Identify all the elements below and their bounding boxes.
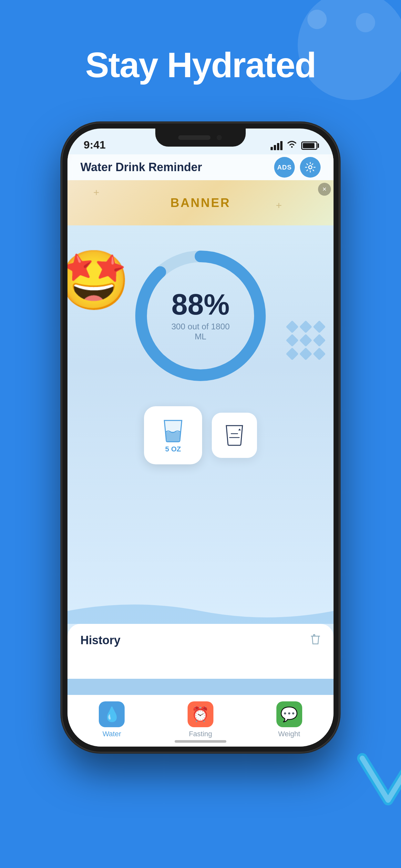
tab-fasting[interactable]: ⏰ Fasting <box>188 702 213 738</box>
phone-notch <box>155 128 246 147</box>
svg-point-0 <box>309 166 312 169</box>
tab-water-icon: 💧 <box>99 702 125 727</box>
diamond-8 <box>299 347 312 361</box>
water-glass-svg <box>162 417 184 443</box>
history-wave <box>67 679 334 695</box>
banner-plus-2: + <box>276 199 282 212</box>
phone-frame: 9:41 <box>62 123 339 752</box>
water-add-button[interactable]: 5 OZ <box>144 406 202 464</box>
wifi-icon <box>286 140 297 151</box>
signal-bar-3 <box>277 143 279 150</box>
v-decoration <box>356 752 401 810</box>
phone-mockup: 9:41 <box>62 123 339 752</box>
diamond-6 <box>313 334 326 347</box>
battery-fill <box>303 143 314 148</box>
phone-screen: 9:41 <box>67 128 334 747</box>
main-content: 88% 300 out of 1800 ML 🤩 <box>67 225 334 695</box>
tab-water-label: Water <box>102 730 121 738</box>
wave-decoration <box>67 598 334 624</box>
custom-glass-svg <box>225 424 244 446</box>
status-time: 9:41 <box>84 138 105 151</box>
progress-ring-container: 88% 300 out of 1800 ML <box>129 245 272 387</box>
notch-speaker <box>178 135 211 140</box>
tab-weight-icon: 💬 <box>276 702 302 727</box>
diamond-1 <box>286 320 299 333</box>
banner-plus-1: + <box>93 187 99 198</box>
history-section: History <box>67 624 334 695</box>
progress-center: 88% 300 out of 1800 ML <box>165 290 236 342</box>
tab-bar: 💧 Water ⏰ Fasting 💬 Weight <box>67 695 334 747</box>
action-buttons: 5 OZ <box>144 406 257 464</box>
diamond-3 <box>313 320 326 333</box>
history-title: History <box>81 633 120 647</box>
tab-weight[interactable]: 💬 Weight <box>276 702 302 738</box>
progress-detail: 300 out of 1800 ML <box>165 321 236 342</box>
tab-water[interactable]: 💧 Water <box>99 702 125 738</box>
diamond-4 <box>286 334 299 347</box>
app-header-title: Water Drink Reminder <box>81 160 202 174</box>
signal-bar-4 <box>280 141 282 150</box>
bg-decoration-small-circle <box>356 13 375 32</box>
diamond-7 <box>286 347 299 361</box>
emoji-mascot: 🤩 <box>67 251 122 316</box>
signal-bar-1 <box>271 147 273 150</box>
diamond-2 <box>299 320 312 333</box>
water-amount-label: 5 OZ <box>165 445 181 454</box>
status-icons <box>271 140 317 151</box>
ads-button[interactable]: ADS <box>274 157 295 178</box>
notch-camera <box>216 134 223 141</box>
tab-weight-label: Weight <box>278 730 300 738</box>
diamonds-decoration <box>288 322 324 359</box>
home-indicator <box>175 740 226 743</box>
battery-icon <box>301 142 317 150</box>
history-delete-icon[interactable] <box>310 633 320 647</box>
page-title: Stay Hydrated <box>26 45 375 84</box>
signal-bar-2 <box>274 145 276 150</box>
tab-fasting-label: Fasting <box>189 730 212 738</box>
banner-ad[interactable]: + + BANNER × <box>67 180 334 225</box>
water-custom-button[interactable] <box>212 413 257 458</box>
header-actions: ADS <box>274 157 320 178</box>
tab-fasting-icon: ⏰ <box>188 702 213 727</box>
app-header: Water Drink Reminder ADS <box>67 154 334 180</box>
banner-close-button[interactable]: × <box>318 183 331 196</box>
settings-button[interactable] <box>300 157 320 178</box>
diamond-9 <box>313 347 326 361</box>
signal-icon <box>271 141 282 150</box>
diamond-5 <box>299 334 312 347</box>
progress-percent: 88% <box>165 290 236 319</box>
banner-text: BANNER <box>171 196 231 210</box>
